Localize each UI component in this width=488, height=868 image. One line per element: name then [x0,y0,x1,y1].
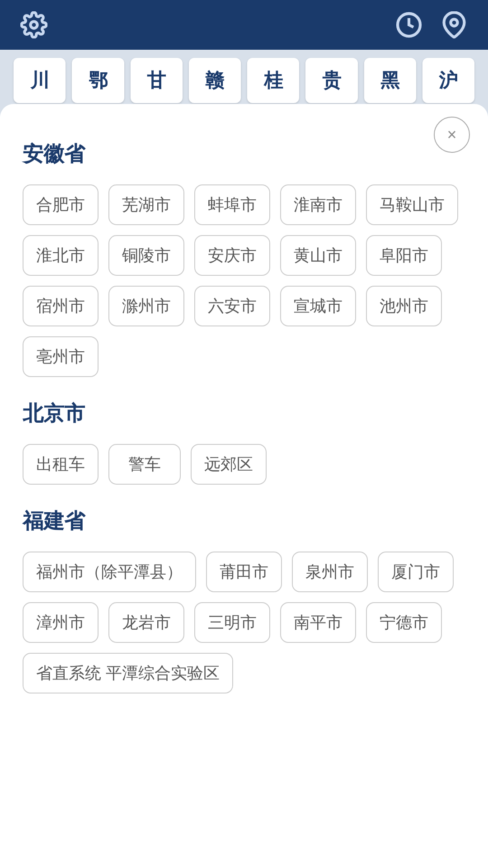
city-铜陵市[interactable]: 铜陵市 [108,235,184,276]
city-宿州市[interactable]: 宿州市 [23,286,99,326]
city-黄山市[interactable]: 黄山市 [280,235,356,276]
city-淮北市[interactable]: 淮北市 [23,235,99,276]
section-title-anhui: 安徽省 [23,140,465,168]
city-泉州市[interactable]: 泉州市 [292,552,368,592]
city-莆田市[interactable]: 莆田市 [206,552,282,592]
city-漳州市[interactable]: 漳州市 [23,602,99,643]
city-福州市除平潭县[interactable]: 福州市（除平潭县） [23,552,196,592]
key-川[interactable]: 川 [14,58,66,103]
top-bar [0,0,488,50]
city-阜阳市[interactable]: 阜阳市 [366,235,442,276]
city-马鞍山市[interactable]: 马鞍山市 [366,184,458,225]
key-鄂[interactable]: 鄂 [72,58,124,103]
city-淮南市[interactable]: 淮南市 [280,184,356,225]
key-桂[interactable]: 桂 [247,58,299,103]
key-沪[interactable]: 沪 [422,58,474,103]
beijing-section: 北京市 出租车 警车 远郊区 [23,400,465,485]
city-警车[interactable]: 警车 [108,444,181,485]
city-芜湖市[interactable]: 芜湖市 [108,184,184,225]
city-龙岩市[interactable]: 龙岩市 [108,602,184,643]
keyboard-row-1: 川 鄂 甘 赣 桂 贵 黑 沪 [14,58,474,103]
city-六安市[interactable]: 六安市 [194,286,270,326]
city-厦门市[interactable]: 厦门市 [378,552,454,592]
city-省直系统平潭综合实验区[interactable]: 省直系统 平潭综合实验区 [23,653,233,693]
city-三明市[interactable]: 三明市 [194,602,270,643]
city-出租车[interactable]: 出租车 [23,444,99,485]
fujian-city-grid: 福州市（除平潭县） 莆田市 泉州市 厦门市 漳州市 龙岩市 三明市 南平市 宁德… [23,552,465,693]
modal-close-button[interactable]: × [434,117,470,153]
beijing-city-grid: 出租车 警车 远郊区 [23,444,465,485]
city-滁州市[interactable]: 滁州市 [108,286,184,326]
city-宁德市[interactable]: 宁德市 [366,602,442,643]
anhui-city-grid: 合肥市 芜湖市 蚌埠市 淮南市 马鞍山市 淮北市 铜陵市 安庆市 黄山市 阜阳市… [23,184,465,377]
city-selection-modal: × 安徽省 合肥市 芜湖市 蚌埠市 淮南市 马鞍山市 淮北市 铜陵市 安庆市 黄… [0,104,488,868]
city-南平市[interactable]: 南平市 [280,602,356,643]
city-远郊区[interactable]: 远郊区 [191,444,267,485]
svg-point-0 [31,22,38,28]
key-黑[interactable]: 黑 [364,58,416,103]
key-赣[interactable]: 赣 [189,58,241,103]
map-pin-icon[interactable] [438,9,470,41]
settings-icon[interactable] [18,9,50,41]
city-合肥市[interactable]: 合肥市 [23,184,99,225]
fujian-section: 福建省 福州市（除平潭县） 莆田市 泉州市 厦门市 漳州市 龙岩市 三明市 南平… [23,507,465,693]
section-title-beijing: 北京市 [23,400,465,428]
city-池州市[interactable]: 池州市 [366,286,442,326]
city-安庆市[interactable]: 安庆市 [194,235,270,276]
city-蚌埠市[interactable]: 蚌埠市 [194,184,270,225]
history-icon[interactable] [393,9,425,41]
svg-point-2 [451,19,458,26]
key-甘[interactable]: 甘 [131,58,183,103]
city-宣城市[interactable]: 宣城市 [280,286,356,326]
section-title-fujian: 福建省 [23,507,465,535]
top-bar-right [393,9,470,41]
key-贵[interactable]: 贵 [305,58,357,103]
city-亳州市[interactable]: 亳州市 [23,336,99,377]
